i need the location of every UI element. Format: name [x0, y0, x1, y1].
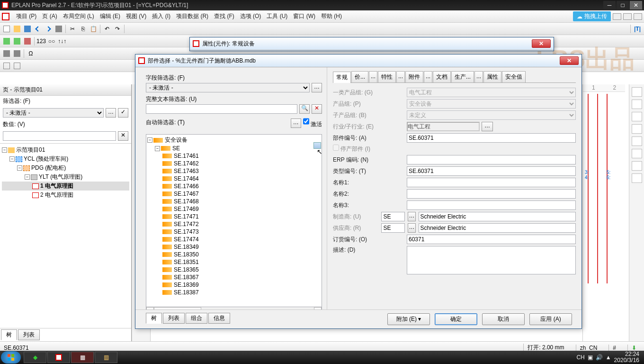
cloud-upload-button[interactable]: ☁ 拖拽上传 [573, 11, 611, 21]
part-item[interactable]: SE.17466 [147, 182, 321, 190]
tb4-b[interactable] [12, 61, 22, 71]
name1-input[interactable] [407, 178, 576, 187]
node-pdg[interactable]: PDG (配电柜) [31, 164, 66, 172]
tray-icon[interactable]: ▲ [606, 354, 611, 361]
part-item[interactable]: SE.17473 [147, 228, 321, 236]
menu-edit[interactable]: 编辑 (E) [97, 11, 123, 21]
part-item[interactable]: SE.17469 [147, 205, 321, 213]
tb3-b[interactable] [12, 49, 22, 58]
sup-name-input[interactable] [419, 223, 576, 233]
ime-indicator[interactable]: CH [576, 354, 584, 361]
rt-2[interactable] [632, 100, 642, 109]
tb-next[interactable] [44, 24, 53, 34]
mfr-name-input[interactable] [419, 212, 576, 221]
menu-page[interactable]: 页 (A) [39, 11, 60, 21]
tab-props[interactable]: 属性 [483, 71, 501, 82]
menu-layout[interactable]: 布局空间 (L) [60, 11, 97, 21]
download-icon[interactable]: ⬇ [627, 345, 640, 351]
toggle-icon[interactable]: − [17, 165, 22, 171]
task-app3[interactable]: ▦ [71, 352, 94, 363]
rt-1[interactable] [632, 87, 642, 97]
close-button[interactable]: ✕ [630, 1, 642, 9]
fulltext-input[interactable] [146, 104, 297, 114]
node-ylt[interactable]: YLT (电气原理图) [39, 173, 82, 181]
toggle-icon[interactable]: − [155, 146, 160, 151]
toggle-icon[interactable]: − [9, 156, 15, 162]
node-se[interactable]: SE [172, 145, 180, 152]
tab-general[interactable]: 常规 [333, 72, 351, 83]
task-wechat[interactable]: ◆ [24, 352, 46, 363]
sup-code-input[interactable] [381, 223, 405, 233]
menu-find[interactable]: 查找 (F) [211, 11, 237, 21]
tab-prod[interactable]: 生产... [451, 71, 474, 82]
part-item[interactable]: SE.17468 [147, 198, 321, 205]
tab-list[interactable]: 列表 [18, 329, 40, 340]
value-input[interactable] [3, 131, 116, 141]
ind-browse[interactable]: … [482, 122, 493, 131]
search-button[interactable]: 🔍 [299, 104, 310, 114]
tb-print[interactable] [54, 24, 63, 34]
tab-more1[interactable]: ... [369, 71, 377, 82]
desc-textarea[interactable] [407, 246, 576, 274]
toggle-icon[interactable]: − [25, 174, 30, 180]
part-item[interactable]: SE.18350 [147, 251, 321, 258]
tb-tool-e[interactable]: ○○ [47, 36, 56, 46]
tb-paste[interactable]: 📋 [89, 24, 98, 34]
part-item[interactable]: SE.17467 [147, 190, 321, 198]
sup-browse[interactable]: … [408, 223, 415, 233]
erp-input[interactable] [407, 155, 576, 164]
rt-3[interactable] [632, 112, 642, 121]
node-ycl[interactable]: YCL (预处理车间) [24, 155, 68, 163]
lefttab-tree[interactable]: 树 [146, 313, 162, 324]
tb-tool-c[interactable] [23, 36, 32, 46]
tab-char[interactable]: 特性 [378, 71, 396, 82]
tb-tool-a[interactable] [2, 36, 11, 46]
tab-acc[interactable]: 附件 [405, 71, 423, 82]
tb3-omega[interactable]: Ω [26, 49, 36, 58]
tab-tree[interactable]: 树 [1, 329, 17, 340]
menu-projectdata[interactable]: 项目数据 (R) [173, 11, 211, 21]
tb-redo[interactable]: ↷ [113, 24, 122, 34]
node-root[interactable]: 示范项目01 [16, 146, 45, 154]
tb-text[interactable]: |T| [633, 24, 642, 34]
partno-input[interactable] [407, 133, 576, 143]
part-item[interactable]: SE.17462 [147, 160, 321, 167]
filter-toggle-button[interactable]: ✓ [118, 108, 128, 118]
mfr-code-input[interactable] [381, 212, 405, 221]
autofilter-settings[interactable]: … [291, 118, 301, 128]
rt-4[interactable] [632, 124, 642, 134]
lefttab-info[interactable]: 信息 [208, 313, 230, 324]
field-filter-select[interactable]: - 未激活 - [146, 83, 310, 92]
tb-tool-b[interactable] [12, 36, 22, 46]
tb-tool-d[interactable]: 123 [36, 36, 46, 46]
part-item[interactable]: SE.17474 [147, 236, 321, 243]
lefttab-combo[interactable]: 组合 [186, 313, 207, 324]
parts-tree[interactable]: ↖ −安全设备 −SE SE.17461SE.17462SE.17463SE.1… [146, 134, 322, 307]
part-item[interactable]: SE.17463 [147, 167, 321, 175]
part-item[interactable]: SE.17461 [147, 152, 321, 160]
tab-more4[interactable]: ... [474, 71, 483, 82]
node-safety[interactable]: 安全设备 [165, 136, 188, 144]
task-eplan[interactable] [47, 352, 70, 363]
tab-safety[interactable]: 安全值 [502, 71, 526, 82]
part-item[interactable]: SE.17464 [147, 175, 321, 182]
name3-input[interactable] [407, 200, 576, 210]
part-item[interactable]: SE.18369 [147, 281, 321, 289]
rt-6[interactable] [632, 149, 642, 158]
filter-settings-button[interactable]: … [106, 108, 116, 118]
mdi-restore[interactable] [623, 13, 632, 20]
menu-insert[interactable]: 插入 (I) [149, 11, 173, 21]
mdi-min[interactable] [613, 13, 621, 20]
tb-tool-f[interactable]: ↑↓↑ [57, 36, 67, 46]
tb-new[interactable] [2, 24, 11, 34]
activate-checkbox[interactable]: 激活 [303, 117, 322, 128]
menu-view[interactable]: 视图 (V) [123, 11, 149, 21]
mdi-close[interactable] [634, 13, 642, 20]
part-item[interactable]: SE.17472 [147, 220, 321, 228]
clear-button[interactable]: ✕ [312, 104, 322, 114]
tb-save[interactable] [23, 24, 32, 34]
menu-project[interactable]: 项目 (P) [13, 11, 39, 21]
close-button[interactable]: ✕ [560, 56, 579, 65]
menu-help[interactable]: 帮助 (H) [318, 11, 345, 21]
tb-undo[interactable]: ↶ [102, 24, 112, 34]
